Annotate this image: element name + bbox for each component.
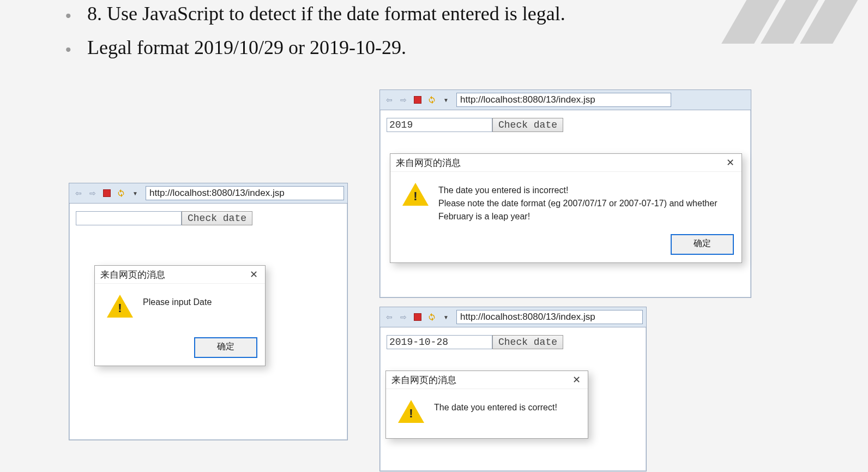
address-bar[interactable]: http://localhost:8080/13/index.jsp [456,93,671,107]
alert-message: Please input Date [143,294,212,326]
browser-toolbar: ⇦ ⇨ ▼ http://localhost:8080/13/index.jsp [380,307,646,327]
browser-toolbar: ⇦ ⇨ ▼ http://localhost:8080/13/index.jsp [69,183,347,204]
alert-message-line: Please note the date format (eg 2007/07/… [438,197,731,223]
ok-button[interactable]: 确定 [194,337,257,358]
alert-title: 来自网页的消息 [100,268,165,281]
browser-window-2: ⇦ ⇨ ▼ http://localhost:8080/13/index.jsp… [379,89,751,298]
warning-icon [398,400,424,423]
forward-icon[interactable]: ⇨ [397,311,409,323]
dropdown-icon[interactable]: ▼ [440,94,452,106]
date-input[interactable] [387,335,492,349]
check-date-button[interactable]: Check date [492,335,563,349]
bullet-dot: • [65,40,71,59]
dropdown-icon[interactable]: ▼ [440,311,452,323]
date-input[interactable] [76,211,182,225]
warning-icon [402,183,429,206]
back-icon[interactable]: ⇦ [383,94,395,106]
close-icon[interactable]: ✕ [248,268,260,280]
refresh-icon[interactable] [426,94,438,106]
address-bar[interactable]: http://localhost:8080/13/index.jsp [456,310,643,324]
slide-corner-decoration [737,0,868,22]
alert-dialog-3: 来自网页的消息 ✕ The date you entered is correc… [385,371,588,439]
alert-title: 来自网页的消息 [391,374,456,386]
alert-message-line: The date you entered is incorrect! [438,184,731,197]
close-icon[interactable]: ✕ [724,157,736,169]
browser-window-1: ⇦ ⇨ ▼ http://localhost:8080/13/index.jsp… [69,183,348,440]
date-input[interactable] [387,118,492,132]
check-date-button[interactable]: Check date [182,211,252,225]
bullet-text-1: 8. Use JavaScript to detect if the date … [87,2,565,25]
alert-message: The date you entered is incorrect! Pleas… [438,182,731,223]
dropdown-icon[interactable]: ▼ [129,187,141,199]
forward-icon[interactable]: ⇨ [87,187,99,199]
back-icon[interactable]: ⇦ [73,187,85,199]
forward-icon[interactable]: ⇨ [397,94,409,106]
check-date-button[interactable]: Check date [492,118,563,132]
alert-title: 来自网页的消息 [396,157,461,169]
alert-dialog-2: 来自网页的消息 ✕ The date you entered is incorr… [390,153,742,263]
bullet-text-2: Legal format 2019/10/29 or 2019-10-29. [87,36,406,59]
ok-button[interactable]: 确定 [671,234,734,255]
close-icon[interactable]: ✕ [570,374,582,386]
alert-dialog-1: 来自网页的消息 ✕ Please input Date 确定 [94,265,266,366]
address-bar[interactable]: http://localhost:8080/13/index.jsp [146,186,344,200]
stop-icon[interactable] [412,94,424,106]
refresh-icon[interactable] [426,311,438,323]
browser-window-3: ⇦ ⇨ ▼ http://localhost:8080/13/index.jsp… [379,307,647,471]
stop-icon[interactable] [412,311,424,323]
refresh-icon[interactable] [115,187,127,199]
bullet-dot: • [65,7,71,25]
back-icon[interactable]: ⇦ [383,311,395,323]
alert-message: The date you entered is correct! [434,399,557,432]
warning-icon [107,295,133,318]
stop-icon[interactable] [101,187,113,199]
browser-toolbar: ⇦ ⇨ ▼ http://localhost:8080/13/index.jsp [380,90,751,110]
